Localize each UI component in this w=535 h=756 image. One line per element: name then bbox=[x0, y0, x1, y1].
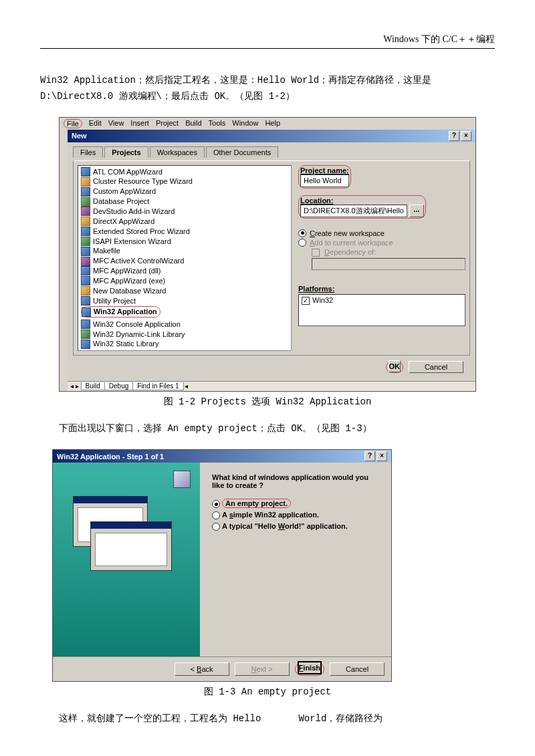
list-item[interactable]: New Database Wizard bbox=[93, 286, 166, 296]
platform-check-icon[interactable]: ✓ bbox=[302, 297, 310, 305]
option-empty-project-label: An empty project. bbox=[225, 499, 288, 507]
close-icon[interactable]: × bbox=[461, 131, 471, 141]
output-tab-build[interactable]: Build bbox=[81, 382, 105, 390]
list-item[interactable]: DirectX AppWizard bbox=[93, 217, 154, 227]
ok-button[interactable]: OK bbox=[389, 360, 401, 372]
output-pane-tabs: ◂ ▸ BuildDebugFind in Files 1 ◂ bbox=[68, 381, 475, 391]
decorative-window-icon bbox=[90, 521, 172, 571]
project-name-input[interactable]: Hello World bbox=[300, 174, 349, 187]
output-tab-find[interactable]: Find in Files 1 bbox=[132, 382, 183, 390]
project-type-list[interactable]: ATL COM AppWizard Cluster Resource Type … bbox=[78, 165, 292, 352]
radio-empty-project[interactable] bbox=[212, 500, 220, 508]
cancel-button[interactable]: Cancel bbox=[409, 361, 463, 373]
dependency-combo bbox=[312, 258, 465, 270]
paragraph-2: 下面出现以下窗口，选择 An empty project；点击 OK。（见图 1… bbox=[40, 421, 495, 437]
list-item[interactable]: Win32 Static Library bbox=[93, 339, 158, 349]
radio-hello-world-app[interactable] bbox=[212, 523, 220, 531]
list-item[interactable]: Utility Project bbox=[93, 296, 136, 306]
wizard-titlebar: Win32 Application - Step 1 of 1 ? × bbox=[53, 450, 391, 463]
new-dialog-titlebar: New ? × bbox=[68, 130, 475, 142]
platforms-label: Platforms: bbox=[298, 285, 465, 293]
menu-help[interactable]: Help bbox=[265, 119, 280, 128]
list-item[interactable]: Custom AppWizard bbox=[93, 186, 156, 197]
radio-create-new-workspace[interactable] bbox=[298, 229, 306, 237]
option-simple-app-label: A simple Win32 application. bbox=[222, 511, 319, 519]
list-item[interactable]: MFC AppWizard (exe) bbox=[93, 276, 165, 286]
menu-project[interactable]: Project bbox=[156, 119, 179, 128]
help-icon[interactable]: ? bbox=[364, 451, 375, 461]
browse-button[interactable]: ... bbox=[409, 205, 424, 217]
list-item[interactable]: DevStudio Add-in Wizard bbox=[93, 207, 175, 217]
list-item[interactable]: MFC AppWizard (dll) bbox=[93, 266, 160, 276]
wizard-question: What kind of windows application would y… bbox=[212, 473, 379, 489]
next-button: Next > bbox=[235, 662, 290, 676]
dependency-checkbox bbox=[312, 249, 320, 257]
location-label: Location: bbox=[300, 197, 424, 205]
wizard-banner bbox=[53, 463, 200, 656]
menu-file[interactable]: File bbox=[64, 119, 82, 128]
dependency-label: Dependency of: bbox=[324, 248, 376, 256]
list-item[interactable]: MFC ActiveX ControlWizard bbox=[93, 256, 184, 266]
list-item[interactable]: Extended Stored Proc Wizard bbox=[93, 227, 190, 237]
menu-edit[interactable]: Edit bbox=[89, 119, 102, 128]
project-name-label: Project name: bbox=[300, 166, 349, 174]
wizard-title: Win32 Application - Step 1 of 1 bbox=[57, 453, 164, 461]
menu-window[interactable]: Window bbox=[232, 119, 258, 128]
menu-tools[interactable]: Tools bbox=[209, 119, 226, 128]
app-icon bbox=[173, 471, 191, 488]
list-item[interactable]: Cluster Resource Type Wizard bbox=[93, 176, 193, 186]
finish-button[interactable]: Finish bbox=[298, 661, 322, 674]
help-icon[interactable]: ? bbox=[449, 131, 459, 141]
paragraph-3: 这样，就创建了一个空的工程，工程名为 Hello World，存储路径为 bbox=[40, 711, 495, 727]
page-header: Windows 下的 C/C＋＋编程 bbox=[40, 33, 495, 49]
menubar: File Edit View Insert Project Build Tool… bbox=[60, 118, 475, 130]
create-new-workspace-label: Create new workspace bbox=[310, 229, 385, 237]
option-hello-world-label: A typical "Hello World!" application. bbox=[222, 522, 348, 530]
list-item[interactable]: ISAPI Extension Wizard bbox=[93, 237, 171, 247]
list-item[interactable]: Makefile bbox=[93, 246, 120, 256]
output-tab-debug[interactable]: Debug bbox=[104, 382, 133, 390]
platforms-list[interactable]: ✓Win32 bbox=[298, 294, 465, 326]
list-item[interactable]: Win32 Console Application bbox=[93, 320, 181, 330]
list-item[interactable]: Database Project bbox=[93, 197, 149, 207]
tab-projects[interactable]: Projects bbox=[104, 146, 148, 158]
list-item-win32-application[interactable]: Win32 Application bbox=[94, 307, 157, 317]
menu-build[interactable]: Build bbox=[185, 119, 201, 128]
radio-add-to-workspace bbox=[298, 239, 306, 247]
figure-1-new-dialog: File Edit View Insert Project Build Tool… bbox=[59, 117, 476, 392]
location-input[interactable]: D:\DIRECTX8.0游戏编程\Hello bbox=[300, 205, 407, 217]
back-button[interactable]: < Back bbox=[175, 662, 229, 676]
add-to-workspace-label: Add to current workspace bbox=[310, 239, 393, 247]
tab-workspaces[interactable]: Workspaces bbox=[150, 146, 205, 158]
tab-files[interactable]: Files bbox=[73, 146, 103, 158]
list-item[interactable]: Win32 Dynamic-Link Library bbox=[93, 330, 185, 340]
new-dialog-tabs: Files Projects Workspaces Other Document… bbox=[73, 146, 470, 158]
radio-simple-app[interactable] bbox=[212, 511, 220, 519]
list-item[interactable]: ATL COM AppWizard bbox=[93, 167, 163, 177]
menu-insert[interactable]: Insert bbox=[130, 119, 149, 128]
figure-1-caption: 图 1-2 Projects 选项 Win32 Application bbox=[40, 396, 495, 408]
close-icon[interactable]: × bbox=[377, 451, 387, 461]
cancel-button[interactable]: Cancel bbox=[330, 662, 385, 676]
figure-2-caption: 图 1-3 An empty project bbox=[40, 686, 495, 698]
menu-view[interactable]: View bbox=[108, 119, 124, 128]
tab-other-documents[interactable]: Other Documents bbox=[206, 146, 278, 158]
new-dialog-title: New bbox=[72, 132, 87, 140]
paragraph-1: Win32 Application；然后指定工程名，这里是：Hello Worl… bbox=[40, 73, 495, 105]
figure-2-wizard-dialog: Win32 Application - Step 1 of 1 ? × What… bbox=[52, 449, 392, 682]
